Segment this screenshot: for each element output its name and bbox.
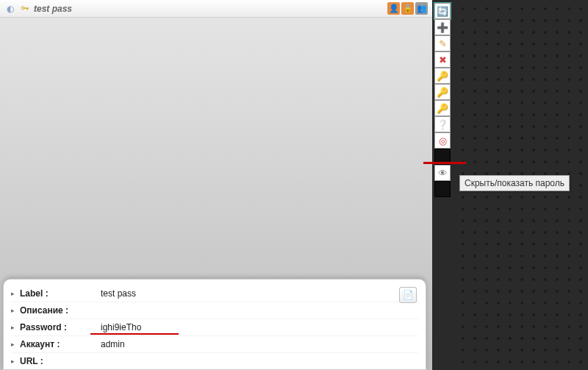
- delete-button[interactable]: ✖: [434, 51, 451, 68]
- field-value: admin: [101, 339, 418, 349]
- field-label: Label :: [20, 288, 101, 299]
- plus-icon: ➕: [437, 22, 448, 33]
- detail-row-password: ▸ Password : ighi9ieTho: [11, 319, 418, 336]
- lock-badge[interactable]: 🔒: [401, 2, 414, 15]
- x-icon: ✖: [439, 54, 447, 65]
- field-value: test pass: [101, 288, 418, 299]
- top-bar: ◐ test pass 👤 🔒 👥: [0, 0, 432, 18]
- question-icon: ❔: [437, 119, 448, 130]
- person-badge[interactable]: 👤: [387, 2, 400, 15]
- details-panel: 📄 ▸ Label : test pass ▸ Описание : ▸ Pas…: [3, 279, 426, 370]
- chevron-icon: ▸: [11, 357, 18, 365]
- refresh-icon: 🔄: [437, 6, 448, 17]
- detail-row-description: ▸ Описание :: [11, 302, 418, 319]
- key-plus-icon: 🔑: [437, 71, 448, 82]
- chevron-icon: ▸: [11, 324, 18, 331]
- side-toolbar: 🔄 ➕ ✎ ✖ 🔑 🔑 🔑 ❔ ◎ 👁: [434, 3, 453, 197]
- key-icon: [19, 3, 31, 15]
- detail-row-label: ▸ Label : test pass: [11, 285, 418, 302]
- key-icon: 🔑: [437, 87, 448, 98]
- app-root: ◐ test pass 👤 🔒 👥 📄 ▸ Label : test pass …: [0, 0, 588, 370]
- add-key-button[interactable]: 🔑: [434, 68, 451, 84]
- chevron-icon: ▸: [11, 341, 18, 348]
- nav-icon[interactable]: ◐: [4, 3, 16, 15]
- add-button[interactable]: ➕: [434, 19, 451, 35]
- chevron-icon: ▸: [11, 307, 18, 314]
- remove-key-button[interactable]: 🔑: [434, 100, 451, 116]
- target-icon: ◎: [439, 135, 447, 146]
- entry-title: test pass: [34, 4, 72, 14]
- annotation-marker: [423, 162, 466, 164]
- annotation-underline: [90, 333, 179, 335]
- field-value: ighi9ieTho: [101, 322, 418, 332]
- main-area: ◐ test pass 👤 🔒 👥 📄 ▸ Label : test pass …: [0, 0, 432, 370]
- copy-button[interactable]: 📄: [399, 287, 417, 303]
- clipboard-icon: 📄: [403, 290, 414, 300]
- field-label: Password :: [20, 322, 101, 332]
- refresh-button[interactable]: 🔄: [434, 3, 451, 19]
- detail-row-account: ▸ Аккаунт : admin: [11, 336, 418, 353]
- edit-button[interactable]: ✎: [434, 35, 451, 51]
- dark-slot-2[interactable]: [434, 181, 451, 197]
- field-label: Описание :: [20, 305, 101, 316]
- field-label: URL :: [20, 356, 101, 366]
- target-button[interactable]: ◎: [434, 132, 451, 149]
- help-button[interactable]: ❔: [434, 116, 451, 132]
- chevron-icon: ▸: [11, 290, 18, 297]
- toggle-password-button[interactable]: 👁: [434, 165, 451, 181]
- pencil-icon: ✎: [439, 38, 447, 49]
- eye-icon: 👁: [438, 168, 448, 179]
- field-label: Аккаунт :: [20, 339, 101, 349]
- key-minus-icon: 🔑: [437, 103, 448, 114]
- key-button[interactable]: 🔑: [434, 84, 451, 100]
- detail-row-url: ▸ URL :: [11, 353, 418, 369]
- people-badge[interactable]: 👥: [415, 2, 428, 15]
- tooltip: Скрыть/показать пароль: [459, 175, 570, 191]
